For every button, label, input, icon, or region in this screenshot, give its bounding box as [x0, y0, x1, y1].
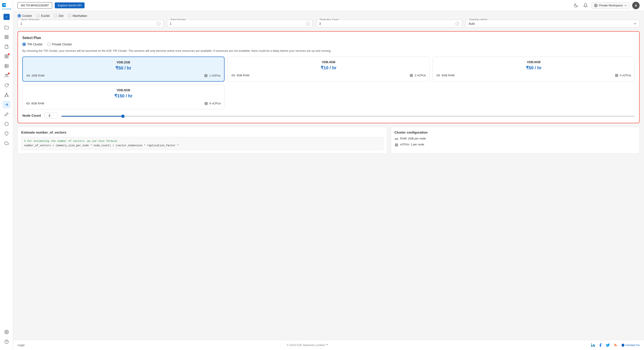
code-block: # For estimating the number of vectors, …	[21, 137, 384, 150]
cosine-radio[interactable]: Cosine	[18, 14, 32, 18]
svg-point-22	[6, 331, 7, 333]
plan-card-vdb2gb[interactable]: VDB.2GB ₹50 / hr 2GB RAM	[22, 57, 224, 82]
linkedin-icon[interactable]	[590, 343, 595, 347]
twitter-icon[interactable]	[606, 343, 610, 347]
private-cluster-radio-indicator	[47, 43, 50, 46]
header: GO TO MYACCOUNT Explore GenAI API Privat…	[13, 0, 644, 11]
config-ram-icon	[394, 137, 398, 141]
sidebar-item-dashboard[interactable]	[3, 33, 10, 41]
svg-rect-3	[5, 36, 6, 37]
svg-rect-32	[206, 75, 206, 76]
workspace-button[interactable]: Private Workspace	[592, 3, 630, 9]
vdb2gb-ram-spec: 2GB RAM	[26, 74, 44, 78]
replication-factor-info-icon[interactable]: i	[456, 22, 459, 26]
go-to-myaccount-button[interactable]: GO TO MYACCOUNT	[18, 2, 52, 9]
node-count-row: Node Count	[22, 113, 635, 118]
vdb6gb-cpu-spec: 4 vCPUs	[615, 73, 631, 77]
svg-rect-76	[205, 102, 208, 105]
select-plan-box: Select Plan TIR Cluster Private Cluster …	[18, 31, 640, 123]
plan-card-vdb4gb[interactable]: VDB.4GB ₹10 / hr 4GB RAM	[228, 57, 430, 82]
vdb4gb-cpu-spec: 2 vCPUs	[410, 73, 426, 77]
plan-vdb2gb-specs: 2GB RAM 1 vCPUs	[26, 74, 220, 78]
select-plan-title: Select Plan	[22, 36, 635, 40]
sidebar-item-shield[interactable]	[3, 130, 10, 137]
sidebar-item-folder[interactable]	[3, 24, 10, 31]
vector-dimension-info-icon[interactable]: i	[156, 22, 160, 26]
sidebar-item-users[interactable]	[3, 72, 10, 80]
plan-card-vdb6gb[interactable]: VDB.6GB ₹50 / hr 6GB RAM	[432, 57, 635, 82]
sidebar-item-docs[interactable]	[3, 43, 10, 51]
replication-factor-field: Replication Factor * 3 i	[316, 20, 462, 28]
svg-rect-4	[7, 36, 8, 37]
plan-vdb4gb-specs: 4GB RAM 2 vCPUs	[231, 73, 426, 77]
dot-radio[interactable]: Dot	[54, 14, 64, 18]
facebook-icon[interactable]	[598, 343, 603, 347]
notifications-icon[interactable]	[582, 2, 589, 9]
sidebar-item-settings2[interactable]	[3, 110, 10, 118]
shard-number-info-icon[interactable]: i	[306, 22, 310, 26]
plan-vdb4gb-name: VDB.4GB	[231, 60, 426, 64]
svg-text:AI PLATFORM: AI PLATFORM	[2, 8, 11, 10]
config-vcpu-icon	[394, 143, 398, 147]
shard-number-value: 1	[170, 22, 172, 26]
svg-rect-71	[26, 103, 29, 104]
sidebar-item-table[interactable]	[3, 62, 10, 70]
euclid-radio-indicator	[36, 14, 40, 18]
vdb4gb-ram-label: 4GB RAM	[236, 74, 250, 77]
estimate-panel-title: Estimate number_of_vectors	[21, 130, 384, 134]
svg-point-102	[614, 346, 614, 347]
vector-dimension-label: Vector Dimension *	[20, 18, 42, 21]
sidebar-item-box[interactable]	[3, 120, 10, 128]
sidebar-item-vector[interactable]	[3, 101, 10, 109]
vdb8gb-cpu-spec: 6 vCPUs	[204, 102, 220, 105]
plan-vdb2gb-name: VDB.2GB	[26, 61, 220, 64]
contact-us-link[interactable]: Contact Us	[621, 343, 640, 347]
sidebar-item-refresh[interactable]	[3, 81, 10, 89]
svg-point-19	[7, 96, 8, 97]
sidebar-toggle[interactable]: »	[4, 14, 10, 20]
node-count-slider[interactable]	[61, 116, 635, 117]
fields-row: Vector Dimension * 1 i Shard Number * 1 …	[18, 20, 640, 28]
sidebar-item-gear[interactable]	[3, 328, 10, 336]
footer: Legal © 2024 E2E Networks Limited ™ Cont	[13, 340, 644, 350]
dot-radio-indicator	[54, 14, 58, 18]
sidebar-item-network[interactable]	[3, 91, 10, 99]
svg-rect-31	[205, 74, 207, 77]
code-line: number_of_vectors = (memory_size_per_nod…	[24, 144, 381, 147]
vdb2gb-ram-label: 2GB RAM	[32, 74, 44, 77]
plan-vdb8gb-specs: 8GB RAM 6 vCPUs	[26, 102, 221, 105]
svg-rect-46	[410, 74, 413, 77]
private-cluster-radio[interactable]: Private Cluster	[47, 43, 72, 46]
svg-point-18	[4, 96, 6, 97]
cluster-type-radios: TIR Cluster Private Cluster	[22, 43, 635, 46]
vdb2gb-cpu-spec: 1 vCPUs	[204, 74, 220, 78]
node-count-input[interactable]	[44, 113, 58, 118]
user-avatar[interactable]: A	[632, 2, 640, 9]
sidebar-item-help-circle[interactable]	[3, 338, 10, 345]
sidebar-item-cloud[interactable]	[3, 139, 10, 147]
sharding-method-field: Sharding method Auto	[466, 20, 640, 28]
vector-dimension-value: 1	[20, 22, 22, 26]
svg-rect-91	[395, 144, 398, 146]
sidebar-item-grid[interactable]	[3, 52, 10, 60]
svg-rect-9	[5, 57, 6, 58]
tir-cluster-radio[interactable]: TIR Cluster	[22, 43, 43, 46]
config-vcpu-item: vCPUs: 1 per node	[394, 143, 636, 147]
svg-rect-92	[396, 144, 397, 145]
svg-rect-77	[206, 103, 206, 104]
plan-card-vdb8gb[interactable]: VDB.8GB ₹150 / hr 8GB RAM	[22, 85, 224, 109]
svg-point-101	[591, 343, 592, 344]
ram-icon-6gb	[436, 73, 440, 77]
main-content: GO TO MYACCOUNT Explore GenAI API Privat…	[13, 0, 644, 350]
rss-icon[interactable]	[613, 343, 618, 347]
explore-genai-button[interactable]: Explore GenAI API	[55, 3, 84, 8]
sharding-select[interactable]: Auto	[468, 22, 637, 26]
plan-cards-row2: VDB.8GB ₹150 / hr 8GB RAM	[22, 85, 635, 109]
svg-line-20	[5, 94, 6, 96]
tir-cluster-label: TIR Cluster	[27, 43, 43, 46]
vdb8gb-ram-label: 8GB RAM	[31, 102, 44, 105]
footer-legal[interactable]: Legal	[18, 343, 24, 347]
dark-mode-icon[interactable]	[572, 2, 580, 9]
manhattan-radio[interactable]: Manhattan	[68, 14, 87, 18]
euclid-radio[interactable]: Euclid	[36, 14, 50, 18]
